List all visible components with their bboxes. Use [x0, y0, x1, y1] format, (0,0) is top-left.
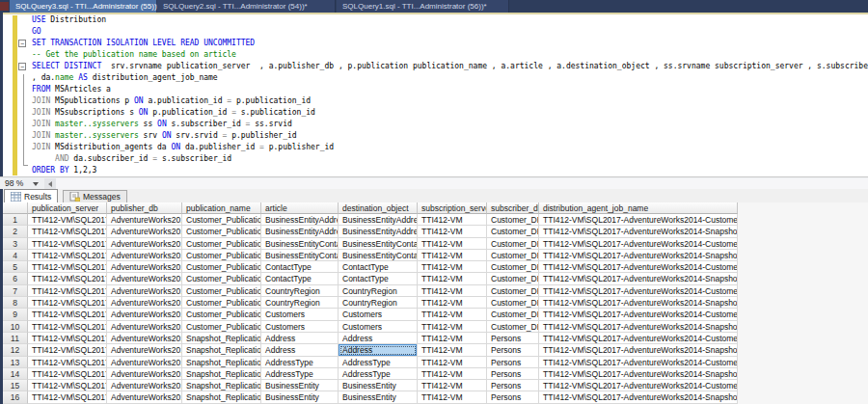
grid-cell[interactable]: TTI412-VM [418, 226, 487, 237]
grid-cell[interactable]: Customer_DB [487, 214, 539, 226]
grid-cell[interactable]: Customers [339, 309, 418, 320]
grid-cell[interactable]: TTI412-VM\SQL2017 [28, 273, 107, 284]
grid-cell[interactable]: TTI412-VM\SQL2017-AdventureWorks2014-Sna… [539, 321, 738, 333]
grid-cell[interactable]: TTI412-VM [418, 285, 487, 297]
grid-cell[interactable]: Customer_DB [487, 226, 539, 237]
row-number[interactable]: 3 [3, 238, 28, 250]
grid-cell[interactable]: TTI412-VM [418, 368, 487, 380]
grid-cell[interactable]: TTI412-VM\SQL2017 [28, 321, 107, 333]
hscroll-left-button[interactable] [44, 178, 56, 189]
zoom-dropdown-icon[interactable] [33, 182, 39, 186]
tab-sqlquery2[interactable]: SQLQuery2.sql - TTI...Administrator (54)… [157, 0, 336, 13]
column-header-distribution_agent_job_name[interactable]: distribution_agent_job_name [539, 202, 738, 214]
tab-results[interactable]: Results [4, 189, 58, 202]
column-header-publication_server[interactable]: publication_server [28, 202, 107, 214]
grid-cell[interactable]: AdventureWorks2014 [107, 333, 182, 344]
grid-cell[interactable]: AdventureWorks2014 [107, 309, 182, 320]
grid-cell[interactable]: Persons [487, 391, 539, 403]
grid-cell[interactable]: Persons [487, 368, 539, 380]
grid-cell[interactable]: TTI412-VM [418, 357, 487, 368]
grid-cell[interactable]: TTI412-VM [418, 297, 487, 309]
grid-cell[interactable]: TTI412-VM\SQL2017-AdventureWorks2014-Cus… [539, 238, 738, 250]
selected-cell[interactable]: Address [339, 344, 418, 356]
grid-cell[interactable]: Snapshot_Replication [182, 380, 261, 391]
grid-cell[interactable]: Customer_Publication [182, 285, 261, 297]
column-header-subscription_server[interactable]: subscription_server [418, 202, 487, 214]
grid-cell[interactable]: Address [261, 344, 339, 356]
tab-sqlquery3[interactable]: SQLQuery3.sql - TTI...Administrator (55)… [10, 0, 156, 13]
grid-cell[interactable]: BusinessEntityAddress [261, 226, 339, 237]
grid-cell[interactable]: TTI412-VM\SQL2017-AdventureWorks2014-Cus… [539, 261, 738, 273]
grid-cell[interactable]: AdventureWorks2014 [107, 391, 182, 403]
grid-cell[interactable]: BusinessEntity [261, 380, 339, 391]
grid-cell[interactable]: TTI412-VM\SQL2017-AdventureWorks2014-Cus… [539, 285, 738, 297]
row-number[interactable]: 6 [3, 273, 28, 284]
grid-cell[interactable]: Customer_Publication [182, 214, 261, 226]
row-number[interactable]: 9 [3, 309, 28, 320]
grid-cell[interactable]: TTI412-VM\SQL2017-AdventureWorks2014-Sna… [539, 297, 738, 309]
row-number[interactable]: 13 [3, 357, 28, 368]
grid-cell[interactable]: TTI412-VM\SQL2017 [28, 391, 107, 403]
grid-cell[interactable]: TTI412-VM\SQL2017-AdventureWorks2014-Sna… [539, 226, 738, 237]
grid-cell[interactable]: AdventureWorks2014 [107, 285, 182, 297]
grid-cell[interactable]: TTI412-VM [418, 309, 487, 320]
grid-cell[interactable]: Customer_Publication [182, 238, 261, 250]
row-number[interactable]: 11 [3, 333, 28, 344]
grid-cell[interactable]: Customer_Publication [182, 309, 261, 320]
grid-cell[interactable]: TTI412-VM [418, 380, 487, 391]
grid-cell[interactable]: Persons [487, 333, 539, 344]
grid-cell[interactable]: TTI412-VM [418, 273, 487, 284]
grid-cell[interactable]: Snapshot_Replication [182, 333, 261, 344]
grid-cell[interactable]: TTI412-VM [418, 214, 487, 226]
grid-cell[interactable]: AddressType [261, 357, 339, 368]
grid-cell[interactable]: Customer_DB [487, 297, 539, 309]
grid-cell[interactable]: AdventureWorks2014 [107, 273, 182, 284]
row-number[interactable]: 8 [3, 297, 28, 309]
grid-cell[interactable]: CountryRegion [261, 285, 339, 297]
hscroll-track[interactable] [56, 178, 868, 189]
grid-cell[interactable]: Address [339, 333, 418, 344]
grid-cell[interactable]: AddressType [339, 357, 418, 368]
grid-cell[interactable]: TTI412-VM [418, 391, 487, 403]
grid-cell[interactable]: Customers [261, 321, 339, 333]
grid-cell[interactable]: TTI412-VM\SQL2017 [28, 226, 107, 237]
grid-cell[interactable]: Persons [487, 357, 539, 368]
grid-cell[interactable]: Address [261, 333, 339, 344]
grid-cell[interactable]: Customer_Publication [182, 297, 261, 309]
grid-cell[interactable]: Customer_Publication [182, 250, 261, 261]
grid-cell[interactable]: TTI412-VM\SQL2017 [28, 214, 107, 226]
grid-cell[interactable]: Snapshot_Replication [182, 391, 261, 403]
grid-cell[interactable]: TTI412-VM\SQL2017 [28, 285, 107, 297]
grid-cell[interactable]: AdventureWorks2014 [107, 321, 182, 333]
grid-cell[interactable]: AddressType [261, 368, 339, 380]
grid-cell[interactable]: TTI412-VM\SQL2017-AdventureWorks2014-Cus… [539, 380, 738, 391]
grid-cell[interactable]: TTI412-VM [418, 333, 487, 344]
grid-cell[interactable]: Customer_Publication [182, 321, 261, 333]
grid-cell[interactable]: TTI412-VM\SQL2017-AdventureWorks2014-Cus… [539, 357, 738, 368]
grid-cell[interactable]: Customers [339, 321, 418, 333]
grid-cell[interactable]: Customer_Publication [182, 261, 261, 273]
grid-cell[interactable]: TTI412-VM\SQL2017 [28, 333, 107, 344]
grid-cell[interactable]: AdventureWorks2014 [107, 226, 182, 237]
grid-cell[interactable]: BusinessEntity [339, 391, 418, 403]
grid-cell[interactable]: TTI412-VM\SQL2017-AdventureWorks2014-Cus… [539, 214, 738, 226]
row-number[interactable]: 5 [3, 261, 28, 273]
row-number[interactable]: 2 [3, 226, 28, 237]
grid-cell[interactable]: AdventureWorks2014 [107, 344, 182, 356]
grid-cell[interactable]: CountryRegion [339, 297, 418, 309]
grid-cell[interactable]: AdventureWorks2014 [107, 250, 182, 261]
grid-cell[interactable]: CountryRegion [261, 297, 339, 309]
grid-cell[interactable]: TTI412-VM [418, 250, 487, 261]
grid-cell[interactable]: TTI412-VM\SQL2017 [28, 250, 107, 261]
grid-cell[interactable]: TTI412-VM\SQL2017-AdventureWorks2014-Sna… [539, 273, 738, 284]
grid-cell[interactable]: Customer_DB [487, 261, 539, 273]
grid-cell[interactable]: AdventureWorks2014 [107, 357, 182, 368]
grid-cell[interactable]: Customer_DB [487, 285, 539, 297]
grid-cell[interactable]: AdventureWorks2014 [107, 238, 182, 250]
grid-cell[interactable]: TTI412-VM\SQL2017-AdventureWorks2014-Sna… [539, 250, 738, 261]
column-header-subscriber_db[interactable]: subscriber_db [487, 202, 539, 214]
grid-cell[interactable]: Customer_DB [487, 273, 539, 284]
grid-cell[interactable]: ContactType [261, 273, 339, 284]
grid-cell[interactable]: BusinessEntity [261, 391, 339, 403]
row-number[interactable]: 10 [3, 321, 28, 333]
